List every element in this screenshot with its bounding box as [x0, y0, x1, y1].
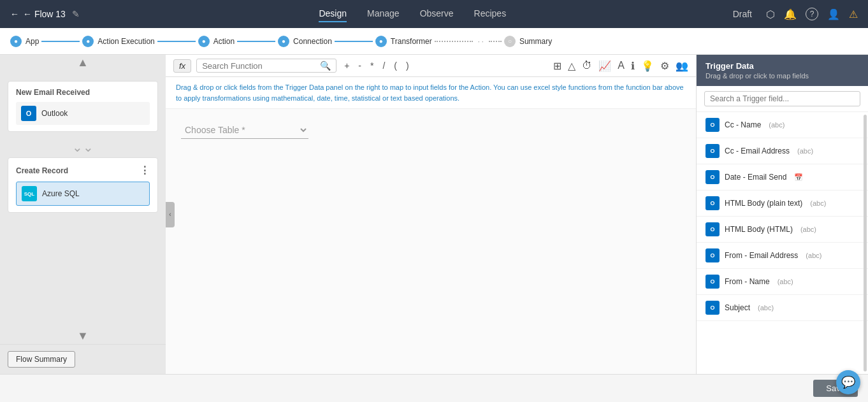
- trigger-field-label: HTML Body (plain text): [725, 199, 802, 208]
- step-label-app: App: [25, 37, 39, 46]
- op-multiply[interactable]: *: [368, 59, 376, 72]
- trigger-field-type: (abc): [800, 226, 816, 233]
- trigger-field-item[interactable]: OHTML Body (plain text)(abc): [697, 190, 868, 217]
- step-app[interactable]: ● App: [10, 36, 39, 47]
- trigger-field-type: (abc): [778, 278, 793, 285]
- step-action[interactable]: ● Action: [198, 36, 235, 47]
- action-card-item[interactable]: SQL Azure SQL: [16, 182, 150, 206]
- trigger-field-icon: O: [705, 144, 720, 158]
- trigger-field-type: (abc): [758, 304, 774, 312]
- nav-tabs: Design Manage Observe Recipes: [92, 6, 733, 22]
- user-icon[interactable]: 👤: [827, 8, 840, 20]
- down-chevron-icon: ⌄⌄: [72, 140, 94, 155]
- trigger-field-item[interactable]: OCc - Name(abc): [697, 112, 868, 138]
- top-navigation: ← ← Flow 13 ✎ Design Manage Observe Reci…: [0, 0, 868, 28]
- op-minus[interactable]: -: [356, 59, 364, 72]
- step-label-summary: Summary: [519, 37, 552, 46]
- trigger-field-icon: O: [705, 275, 720, 289]
- trigger-field-label: Cc - Email Address: [725, 147, 790, 155]
- scroll-down-button[interactable]: ▼: [0, 328, 166, 344]
- trigger-field-item[interactable]: OFrom - Name(abc): [697, 269, 868, 295]
- trigger-field-label: From - Email Address: [725, 251, 798, 260]
- trigger-field-type: 📅: [794, 173, 803, 182]
- op-divide[interactable]: /: [380, 59, 387, 72]
- function-bar: fx 🔍 + - * / ( ) ⊞ △ ⏱ 📈 A ℹ 💡 ⚙: [166, 55, 696, 77]
- trigger-field-label: Date - Email Send: [725, 173, 786, 182]
- step-label-transformer: Transformer: [391, 37, 432, 46]
- draft-badge: Draft: [733, 9, 752, 19]
- trigger-field-icon: O: [705, 222, 720, 236]
- tab-observe[interactable]: Observe: [420, 6, 454, 22]
- sidebar-scroll-area: New Email Received O Outlook ⌄⌄ Create R…: [0, 71, 166, 328]
- step-label-action: Action: [213, 37, 235, 46]
- action-card-title: Create Record: [16, 166, 68, 175]
- chat-bubble[interactable]: 💬: [836, 370, 860, 394]
- op-plus[interactable]: +: [342, 59, 352, 72]
- trigger-fields-container: OCc - Name(abc)OCc - Email Address(abc)O…: [697, 112, 868, 321]
- trigger-search-area: [697, 86, 868, 112]
- back-arrow-icon: ←: [10, 9, 19, 19]
- step-bar: ● App ● Action Execution ● Action ● Conn…: [0, 28, 868, 55]
- scroll-up-button[interactable]: ▲: [0, 55, 166, 71]
- op-open-paren[interactable]: (: [391, 59, 400, 72]
- action-card-label: Azure SQL: [42, 189, 80, 198]
- trigger-card-label: Outlook: [41, 109, 68, 118]
- clock-icon[interactable]: ⏱: [582, 60, 592, 72]
- info-icon[interactable]: ℹ: [631, 60, 635, 72]
- action-card-menu-icon[interactable]: ⋮: [140, 164, 150, 176]
- edit-icon[interactable]: ✎: [72, 9, 80, 19]
- export-icon[interactable]: ⬡: [766, 8, 775, 20]
- step-summary[interactable]: ○ Summary: [504, 36, 552, 47]
- trigger-field-type: (abc): [810, 199, 826, 207]
- trigger-card: New Email Received O Outlook: [8, 81, 158, 132]
- step-circle-summary: ○: [504, 36, 516, 47]
- warning-icon[interactable]: ⚠: [849, 8, 858, 20]
- flow-title: ← Flow 13: [23, 9, 66, 19]
- trigger-panel: Trigger Data Drag & drop or click to map…: [696, 55, 868, 374]
- trigger-field-item[interactable]: ODate - Email Send📅: [697, 164, 868, 190]
- step-line-3: [237, 41, 275, 42]
- bell-icon[interactable]: 🔔: [784, 8, 797, 20]
- step-transformer[interactable]: ● Transformer: [375, 36, 432, 47]
- chart-icon[interactable]: △: [568, 60, 575, 72]
- step-line-5: [435, 41, 473, 42]
- tab-design[interactable]: Design: [319, 6, 347, 22]
- trigger-field-icon: O: [705, 170, 720, 184]
- tab-recipes[interactable]: Recipes: [474, 6, 507, 22]
- sidebar-bottom: Flow Summary: [0, 344, 166, 374]
- tab-manage[interactable]: Manage: [367, 6, 400, 22]
- sidebar-collapse-button[interactable]: ‹: [166, 202, 175, 227]
- people-icon[interactable]: 👥: [676, 60, 688, 72]
- trend-icon[interactable]: 📈: [598, 60, 611, 72]
- trigger-card-item[interactable]: O Outlook: [16, 102, 150, 125]
- help-icon[interactable]: ?: [806, 8, 818, 20]
- bulb-icon[interactable]: 💡: [641, 60, 654, 72]
- toolbar-icons: ⊞ △ ⏱ 📈 A ℹ 💡 ⚙ 👥: [553, 60, 688, 72]
- trigger-field-icon: O: [705, 248, 720, 262]
- choose-table-select[interactable]: Choose Table *: [181, 122, 308, 139]
- main-layout: ▲ New Email Received O Outlook ⌄⌄ Create: [0, 55, 868, 374]
- bottom-bar: Save: [0, 374, 868, 402]
- trigger-field-item[interactable]: OHTML Body (HTML)(abc): [697, 217, 868, 243]
- hint-text: Drag & drop or click fields from the Tri…: [166, 77, 696, 109]
- gear-icon[interactable]: ⚙: [660, 60, 669, 72]
- step-label-action-execution: Action Execution: [98, 37, 154, 46]
- flow-summary-button[interactable]: Flow Summary: [8, 351, 75, 368]
- trigger-scrollbar[interactable]: [864, 115, 867, 371]
- step-action-execution[interactable]: ● Action Execution: [82, 36, 154, 47]
- trigger-panel-title: Trigger Data: [705, 61, 859, 71]
- step-circle-app: ●: [10, 36, 22, 47]
- trigger-field-item[interactable]: OCc - Email Address(abc): [697, 138, 868, 164]
- back-button[interactable]: ← ← Flow 13 ✎: [10, 9, 80, 19]
- search-function-input[interactable]: [202, 61, 320, 71]
- trigger-field-item[interactable]: OSubject(abc): [697, 295, 868, 321]
- grid-icon[interactable]: ⊞: [553, 60, 561, 72]
- trigger-panel-header: Trigger Data Drag & drop or click to map…: [697, 55, 868, 86]
- op-close-paren[interactable]: ): [403, 59, 412, 72]
- trigger-field-item[interactable]: OFrom - Email Address(abc): [697, 243, 868, 269]
- center-main: Choose Table *: [166, 109, 696, 374]
- trigger-field-list: OCc - Name(abc)OCc - Email Address(abc)O…: [697, 112, 868, 374]
- trigger-search-input[interactable]: [704, 91, 860, 106]
- step-connection[interactable]: ● Connection: [278, 36, 332, 47]
- text-icon[interactable]: A: [618, 60, 625, 72]
